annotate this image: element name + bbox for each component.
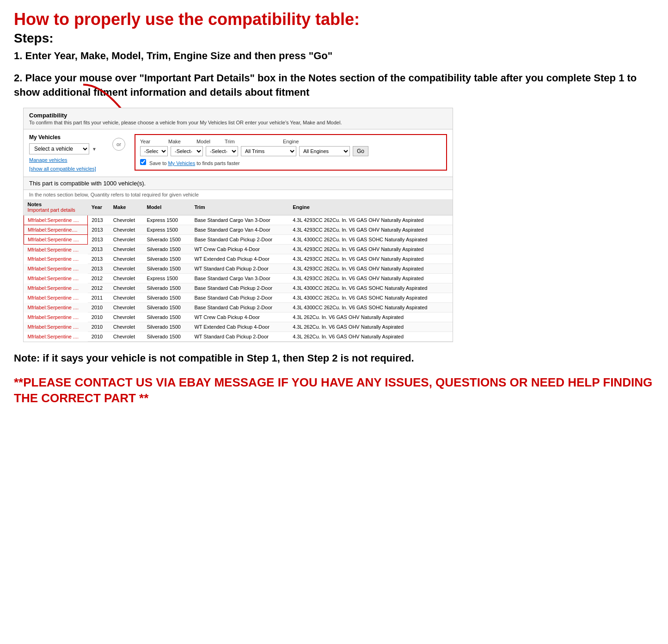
notes-cell: Mfrlabel:Serpentine ....: [24, 235, 88, 245]
make-column-header: Make: [110, 199, 143, 215]
compatible-count: This part is compatible with 1000 vehicl…: [24, 177, 453, 190]
vehicle-select-dropdown[interactable]: Select a vehicle: [29, 143, 89, 154]
contact-text: **PLEASE CONTACT US VIA EBAY MESSAGE IF …: [14, 375, 654, 406]
notes-cell: Mfrlabel:Serpentine ....: [24, 332, 88, 342]
model-cell: Silverado 1500: [143, 293, 190, 303]
table-row: Mfrlabel:Serpentine ....2010ChevroletSil…: [24, 303, 453, 313]
notes-sub-label: Important part details: [28, 207, 75, 213]
notes-cell: Mfrlabel:Serpentine ....: [24, 264, 88, 274]
make-cell: Chevrolet: [110, 332, 143, 342]
year-cell: 2013: [88, 264, 110, 274]
year-cell: 2010: [88, 332, 110, 342]
notes-cell: Mfrlabel:Serpentine ....: [24, 313, 88, 322]
trim-cell: Base Standard Cargo Van 4-Door: [190, 225, 289, 235]
table-body: Mfrlabel:Serpentine ....2013ChevroletExp…: [24, 215, 453, 342]
notes-notice: In the notes section below, Quantity ref…: [24, 190, 453, 199]
make-select[interactable]: -Select-: [171, 146, 203, 156]
table-row: Mfrlabel:Serpentine ....2012ChevroletSil…: [24, 283, 453, 293]
engine-label: Engine: [283, 139, 329, 144]
year-column-header: Year: [88, 199, 110, 215]
year-cell: 2012: [88, 274, 110, 283]
model-cell: Silverado 1500: [143, 332, 190, 342]
trim-cell: Base Standard Cab Pickup 2-Door: [190, 235, 289, 245]
trim-cell: Base Standard Cab Pickup 2-Door: [190, 303, 289, 313]
table-row: Mfrlabel:Serpentine ....2012ChevroletExp…: [24, 274, 453, 283]
make-cell: Chevrolet: [110, 293, 143, 303]
dropdown-arrow-icon: ▼: [92, 147, 97, 152]
engine-cell: 4.3L 4293CC 262Cu. In. V6 GAS OHV Natura…: [289, 225, 453, 235]
make-label: Make: [168, 139, 194, 144]
table-row: Mfrlabel:Serpentine ....2013ChevroletSil…: [24, 264, 453, 274]
make-cell: Chevrolet: [110, 322, 143, 332]
vehicle-select-row: Select a vehicle ▼: [29, 143, 103, 154]
engine-select[interactable]: All Engines: [299, 146, 350, 156]
ymm-labels: Year Make Model Trim Engine: [140, 139, 441, 144]
year-select[interactable]: -Select-: [140, 146, 168, 156]
notes-cell: Mfrlabel:Serpentine ....: [24, 322, 88, 332]
trim-select[interactable]: All Trims: [241, 146, 296, 156]
model-cell: Silverado 1500: [143, 313, 190, 322]
year-cell: 2010: [88, 313, 110, 322]
note-text: Note: if it says your vehicle is not com…: [14, 351, 654, 366]
table-row: Mfrlabel:Serpentine ....2013ChevroletExp…: [24, 215, 453, 225]
go-button[interactable]: Go: [353, 146, 368, 156]
year-cell: 2013: [88, 215, 110, 225]
table-header: Notes Important part details Year Make M…: [24, 199, 453, 215]
model-cell: Silverado 1500: [143, 303, 190, 313]
table-row: Mfrlabel:Serpentine ....2013ChevroletSil…: [24, 245, 453, 254]
manage-vehicles-link[interactable]: Manage vehicles: [29, 157, 103, 163]
engine-cell: 4.3L 4300CC 262Cu. In. V6 GAS SOHC Natur…: [289, 283, 453, 293]
ymm-box: Year Make Model Trim Engine -Select- -Se…: [135, 134, 447, 171]
year-label: Year: [140, 139, 165, 144]
trim-cell: WT Standard Cab Pickup 2-Door: [190, 264, 289, 274]
make-cell: Chevrolet: [110, 254, 143, 264]
notes-cell: Mfrlabel:Serpentine ....: [24, 293, 88, 303]
save-checkbox[interactable]: [140, 159, 146, 165]
step1-text: 1. Enter Year, Make, Model, Trim, Engine…: [14, 49, 654, 63]
notes-header-label: Notes: [28, 202, 42, 207]
show-all-link[interactable]: [show all compatible vehicles]: [29, 166, 96, 172]
table-row: Mfrlabel:Serpentine ....2013ChevroletSil…: [24, 254, 453, 264]
steps-heading: Steps:: [14, 31, 654, 46]
year-cell: 2013: [88, 235, 110, 245]
engine-cell: 4.3L 4293CC 262Cu. In. V6 GAS OHV Natura…: [289, 245, 453, 254]
main-title: How to properly use the compatibility ta…: [14, 9, 654, 29]
make-cell: Chevrolet: [110, 303, 143, 313]
compatibility-section: Compatibility To confirm that this part …: [23, 108, 453, 342]
model-select[interactable]: -Select-: [206, 146, 238, 156]
make-cell: Chevrolet: [110, 264, 143, 274]
make-cell: Chevrolet: [110, 215, 143, 225]
table-row: Mfrlabel:Serpentine ....2011ChevroletSil…: [24, 293, 453, 303]
or-divider: or: [112, 138, 125, 151]
model-cell: Silverado 1500: [143, 235, 190, 245]
engine-column-header: Engine: [289, 199, 453, 215]
table-row: Mfrlabel:Serpentine....2013ChevroletExpr…: [24, 225, 453, 235]
trim-cell: Base Standard Cab Pickup 2-Door: [190, 283, 289, 293]
engine-cell: 4.3L 262Cu. In. V6 GAS OHV Naturally Asp…: [289, 322, 453, 332]
year-make-model-section: Year Make Model Trim Engine -Select- -Se…: [135, 134, 447, 171]
compatibility-table: Notes Important part details Year Make M…: [24, 199, 453, 342]
table-row: Mfrlabel:Serpentine ....2010ChevroletSil…: [24, 313, 453, 322]
compat-body: My Vehicles Select a vehicle ▼ Manage ve…: [24, 129, 453, 177]
trim-cell: WT Extended Cab Pickup 4-Door: [190, 322, 289, 332]
year-cell: 2011: [88, 293, 110, 303]
notes-cell: Mfrlabel:Serpentine....: [24, 225, 88, 235]
trim-cell: WT Standard Cab Pickup 2-Door: [190, 332, 289, 342]
make-cell: Chevrolet: [110, 235, 143, 245]
make-cell: Chevrolet: [110, 313, 143, 322]
model-cell: Silverado 1500: [143, 322, 190, 332]
engine-cell: 4.3L 4293CC 262Cu. In. V6 GAS OHV Natura…: [289, 254, 453, 264]
engine-cell: 4.3L 4293CC 262Cu. In. V6 GAS OHV Natura…: [289, 264, 453, 274]
model-label: Model: [196, 139, 222, 144]
year-cell: 2013: [88, 245, 110, 254]
notes-cell: Mfrlabel:Serpentine ....: [24, 254, 88, 264]
table-row: Mfrlabel:Serpentine ....2010ChevroletSil…: [24, 332, 453, 342]
make-cell: Chevrolet: [110, 274, 143, 283]
my-vehicles-link[interactable]: My Vehicles: [168, 160, 195, 166]
save-row: Save to My Vehicles to finds parts faste…: [140, 159, 441, 166]
annotation-wrapper: Compatibility To confirm that this part …: [14, 108, 654, 342]
make-cell: Chevrolet: [110, 283, 143, 293]
engine-cell: 4.3L 4300CC 262Cu. In. V6 GAS SOHC Natur…: [289, 293, 453, 303]
year-cell: 2012: [88, 283, 110, 293]
step2-text: 2. Place your mouse over "Important Part…: [14, 71, 654, 100]
